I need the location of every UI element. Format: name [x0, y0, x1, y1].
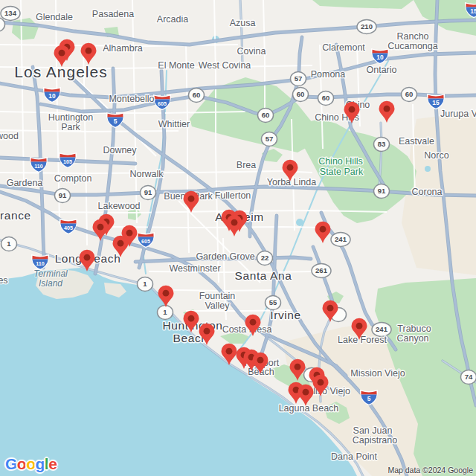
svg-text:57: 57 [295, 74, 303, 83]
svg-text:60: 60 [405, 90, 414, 98]
svg-text:1: 1 [7, 239, 11, 248]
svg-text:134: 134 [4, 9, 17, 17]
city-label: wood [0, 131, 19, 141]
svg-text:83: 83 [378, 140, 386, 148]
city-label: Laguna Beach [279, 403, 339, 414]
svg-text:405: 405 [64, 225, 73, 231]
city-label: Gardena [7, 178, 43, 188]
svg-text:105: 105 [63, 158, 72, 165]
map-viewport[interactable]: 1342210575760606060609191918322552412412… [0, 0, 476, 476]
city-label: Valley [205, 300, 230, 311]
city-label: es [0, 275, 8, 286]
state-route-shield: 91 [55, 189, 71, 203]
park-label: Chino Hills [318, 156, 363, 167]
svg-text:91: 91 [378, 187, 386, 195]
svg-text:110: 110 [36, 260, 45, 267]
google-logo-letter: o [26, 455, 35, 472]
state-route-shield: 60 [402, 88, 417, 102]
city-label: Whittier [158, 119, 190, 129]
svg-text:60: 60 [297, 90, 305, 98]
svg-text:91: 91 [144, 188, 152, 196]
google-logo-letter: g [36, 455, 45, 472]
city-label: Pomona [311, 69, 346, 80]
state-route-shield: 241 [331, 233, 350, 247]
svg-text:74: 74 [465, 373, 473, 381]
city-label: Eastvale [399, 136, 434, 147]
city-label: Compton [54, 173, 92, 184]
state-route-shield: 1 [158, 306, 173, 320]
city-label: Rancho [396, 31, 428, 42]
city-label: Arcadia [157, 14, 188, 25]
city-label: Mission Viejo [350, 368, 405, 379]
state-route-shield: 74 [461, 370, 476, 385]
svg-text:241: 241 [335, 235, 347, 243]
svg-text:91: 91 [59, 191, 67, 199]
state-route-shield: 55 [266, 296, 281, 310]
city-label: Cucamonga [387, 41, 437, 51]
city-label: Aliso Viejo [307, 386, 350, 396]
svg-text:57: 57 [266, 135, 274, 143]
state-route-shield: 57 [291, 72, 306, 86]
city-label: Corona [412, 187, 443, 197]
svg-text:22: 22 [261, 254, 269, 262]
state-route-shield: 210 [357, 20, 376, 34]
svg-text:10: 10 [48, 92, 56, 100]
city-label: Norco [424, 150, 448, 161]
google-logo[interactable]: Google [5, 455, 57, 473]
city-label: Pasadena [92, 9, 134, 19]
svg-text:5: 5 [367, 395, 371, 402]
svg-text:10: 10 [376, 54, 384, 61]
city-label: Irvine [270, 309, 301, 321]
city-label: Huntington [48, 112, 94, 123]
city-label: El Monte [158, 60, 194, 71]
city-label: Alhambra [103, 43, 143, 54]
city-label: rrance [0, 209, 31, 222]
svg-text:605: 605 [141, 238, 150, 245]
city-label: Lakewood [98, 201, 141, 211]
google-logo-letter: e [48, 455, 57, 472]
city-label: Trabuco [397, 324, 431, 334]
city-label: Ontario [367, 65, 397, 75]
city-label: Covina [237, 46, 266, 57]
state-route-shield: 134 [1, 7, 20, 21]
city-label: Yorba Linda [267, 177, 316, 187]
city-label: Dana Point [331, 451, 377, 462]
state-route-shield: 60 [318, 91, 334, 106]
map-canvas[interactable]: 1342210575760606060609191918322552412412… [0, 0, 476, 476]
city-label: Santa Ana [235, 269, 292, 282]
svg-text:15: 15 [432, 99, 440, 106]
svg-text:60: 60 [193, 91, 201, 99]
state-route-shield: 1 [138, 277, 153, 292]
state-route-shield: 22 [257, 251, 273, 266]
city-label: San Juan [353, 425, 393, 436]
city-label: Claremont [322, 42, 365, 53]
city-label: Capistrano [353, 435, 397, 446]
state-route-shield: 60 [258, 109, 274, 123]
svg-text:5: 5 [114, 118, 118, 125]
svg-text:60: 60 [322, 94, 330, 102]
city-label: Garden Grove [196, 251, 254, 262]
google-logo-letter: o [17, 455, 26, 472]
city-label: Montebello [109, 94, 154, 104]
state-route-shield: 83 [374, 138, 390, 152]
svg-text:210: 210 [361, 22, 373, 30]
water-label: Terminal [33, 268, 68, 279]
water-label: Island [39, 278, 62, 289]
svg-text:241: 241 [376, 325, 388, 333]
city-label: Azusa [230, 18, 256, 28]
city-label: Brea [237, 160, 256, 170]
state-route-shield: 91 [374, 184, 390, 199]
svg-text:1: 1 [143, 280, 147, 288]
state-route-shield: 57 [262, 132, 277, 147]
lake [425, 166, 431, 172]
city-label: Jurupa Va [440, 109, 476, 119]
city-label: Westminster [169, 263, 220, 274]
state-route-shield: 91 [141, 186, 156, 200]
svg-text:15: 15 [470, 7, 476, 15]
map-attribution[interactable]: Map data ©2024 Google [387, 466, 473, 475]
state-route-shield: 1 [1, 237, 17, 251]
city-label: Los Angeles [14, 63, 107, 80]
park-label: State Park [320, 167, 364, 177]
svg-text:55: 55 [269, 298, 277, 306]
city-label: Park [61, 122, 80, 132]
